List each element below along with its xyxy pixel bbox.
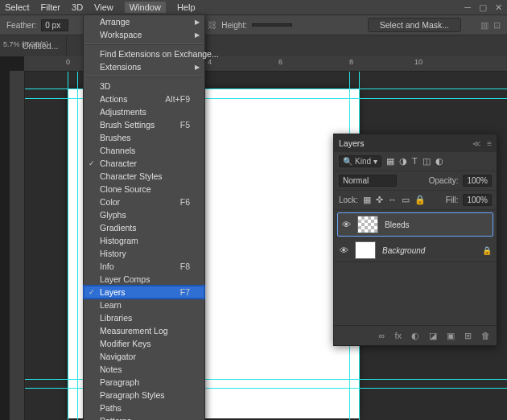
- menu-item-histogram[interactable]: Histogram: [84, 234, 204, 247]
- menu-3d[interactable]: 3D: [72, 2, 83, 12]
- menu-item-notes[interactable]: Notes: [84, 363, 204, 376]
- panel-menu-icon[interactable]: ≡: [487, 139, 492, 148]
- menu-item-measurement-log[interactable]: Measurement Log: [84, 324, 204, 337]
- menu-item-extensions[interactable]: Extensions▶: [84, 60, 204, 73]
- guide[interactable]: [77, 71, 78, 420]
- panel-toggle-icon[interactable]: ▥: [480, 20, 488, 31]
- link-layers-icon[interactable]: ∞: [379, 331, 385, 340]
- guide[interactable]: [68, 71, 68, 420]
- menu-item-history[interactable]: History: [84, 247, 204, 260]
- menu-item-channels[interactable]: Channels: [84, 144, 204, 157]
- maximize-icon[interactable]: ▢: [479, 2, 487, 13]
- menu-item-navigator[interactable]: Navigator: [84, 350, 204, 363]
- mask-icon[interactable]: ◐: [411, 331, 419, 341]
- menu-view[interactable]: View: [94, 2, 113, 12]
- menu-item-patterns[interactable]: Patterns: [84, 414, 204, 420]
- visibility-icon[interactable]: 👁: [339, 245, 348, 255]
- new-layer-icon[interactable]: ⊞: [464, 331, 472, 341]
- layer-name[interactable]: Background: [382, 246, 425, 255]
- menu-item-brushes[interactable]: Brushes: [84, 131, 204, 144]
- opacity-label: Opacity:: [429, 176, 459, 185]
- menu-item-adjustments[interactable]: Adjustments: [84, 105, 204, 118]
- lock-icons[interactable]: ▦✜↔▭🔒: [363, 195, 426, 205]
- menu-item-arrange[interactable]: Arrange▶: [84, 15, 204, 28]
- menu-item-find-extensions-on-exchange[interactable]: Find Extensions on Exchange...: [84, 47, 204, 60]
- menu-window[interactable]: Window: [125, 2, 166, 13]
- menu-item-gradients[interactable]: Gradients: [84, 221, 204, 234]
- blend-mode-select[interactable]: Normal: [339, 175, 397, 187]
- window-menu-dropdown: Arrange▶Workspace▶Find Extensions on Exc…: [83, 14, 205, 420]
- options-bar: Feather: 0 px ⇄ W: ⛓ Height: Select and …: [0, 14, 507, 35]
- layer-row-background[interactable]: 👁 Background 🔒: [334, 239, 497, 262]
- group-icon[interactable]: ▣: [447, 331, 455, 341]
- layers-panel[interactable]: Layers ≪≡ 🔍 Kind ▾ ▦◑T◫◐ Normal Opacity:…: [333, 134, 497, 346]
- menu-item-workspace[interactable]: Workspace▶: [84, 28, 204, 41]
- panel-collapse-icon[interactable]: ≪: [472, 139, 480, 148]
- menu-item-layers[interactable]: ✓LayersF7: [84, 286, 204, 299]
- menu-item-character-styles[interactable]: Character Styles: [84, 170, 204, 183]
- menu-item-libraries[interactable]: Libraries: [84, 311, 204, 324]
- height-label: Height:: [221, 21, 247, 30]
- layer-thumbnail[interactable]: [355, 241, 376, 259]
- menu-item-layer-comps[interactable]: Layer Comps: [84, 273, 204, 286]
- menu-item-learn[interactable]: Learn: [84, 299, 204, 311]
- select-and-mask-button[interactable]: Select and Mask...: [368, 18, 461, 32]
- minimize-icon[interactable]: ─: [464, 2, 471, 13]
- menu-item-brush-settings[interactable]: Brush SettingsF5: [84, 118, 204, 131]
- feather-input[interactable]: 0 px: [41, 19, 68, 31]
- filter-icons[interactable]: ▦◑T◫◐: [386, 156, 443, 167]
- layer-name[interactable]: Bleeds: [385, 220, 410, 229]
- lock-label: Lock:: [339, 196, 358, 204]
- document-tabs: Untitled...: [0, 35, 507, 57]
- menu-item-actions[interactable]: ActionsAlt+F9: [84, 93, 204, 105]
- layers-tab[interactable]: Layers: [339, 138, 365, 148]
- panel-tabs: Layers ≪≡: [334, 134, 497, 152]
- menubar: Select Filter 3D View Window Help: [0, 0, 507, 14]
- feather-label: Feather:: [6, 21, 36, 30]
- menu-item-paragraph-styles[interactable]: Paragraph Styles: [84, 389, 204, 401]
- close-icon[interactable]: ✕: [495, 2, 502, 13]
- ruler-vertical: [10, 71, 25, 420]
- layer-row-bleeds[interactable]: 👁 Bleeds: [337, 212, 493, 237]
- fx-icon[interactable]: fx: [394, 331, 402, 340]
- menu-item-character[interactable]: ✓Character: [84, 157, 204, 170]
- delete-layer-icon[interactable]: 🗑: [481, 331, 490, 340]
- menu-item-paths[interactable]: Paths: [84, 401, 204, 414]
- layer-filter-kind[interactable]: 🔍 Kind ▾: [339, 155, 381, 167]
- layers-panel-footer: ∞ fx ◐ ◪ ▣ ⊞ 🗑: [334, 325, 497, 345]
- menu-item-info[interactable]: InfoF8: [84, 260, 204, 273]
- zoom-readout: 5.7% (RGB/8): [3, 40, 48, 48]
- menu-item-3d[interactable]: 3D: [84, 80, 204, 93]
- menu-item-color[interactable]: ColorF6: [84, 196, 204, 208]
- link-wh-icon[interactable]: ⛓: [208, 20, 216, 30]
- panel-menu-icon[interactable]: ⊡: [493, 20, 501, 31]
- fill-input[interactable]: 100%: [463, 194, 492, 206]
- window-controls: ─ ▢ ✕: [464, 2, 502, 13]
- menu-item-paragraph[interactable]: Paragraph: [84, 376, 204, 389]
- opacity-input[interactable]: 100%: [463, 175, 492, 187]
- visibility-icon[interactable]: 👁: [341, 220, 351, 229]
- lock-icon: 🔒: [482, 246, 492, 255]
- adjustment-icon[interactable]: ◪: [429, 331, 437, 341]
- menu-help[interactable]: Help: [177, 2, 196, 12]
- layer-thumbnail[interactable]: [357, 216, 378, 233]
- lock-fill-row: Lock: ▦✜↔▭🔒 Fill: 100%: [334, 191, 497, 210]
- height-input[interactable]: [252, 23, 292, 27]
- menu-item-clone-source[interactable]: Clone Source: [84, 183, 204, 196]
- menu-item-glyphs[interactable]: Glyphs: [84, 208, 204, 221]
- fill-label: Fill:: [446, 196, 459, 204]
- menu-filter[interactable]: Filter: [41, 2, 60, 12]
- blend-opacity-row: Normal Opacity: 100%: [334, 171, 497, 191]
- menu-item-modifier-keys[interactable]: Modifier Keys: [84, 337, 204, 350]
- menu-select[interactable]: Select: [5, 2, 30, 12]
- layer-filter-row: 🔍 Kind ▾ ▦◑T◫◐: [334, 152, 497, 171]
